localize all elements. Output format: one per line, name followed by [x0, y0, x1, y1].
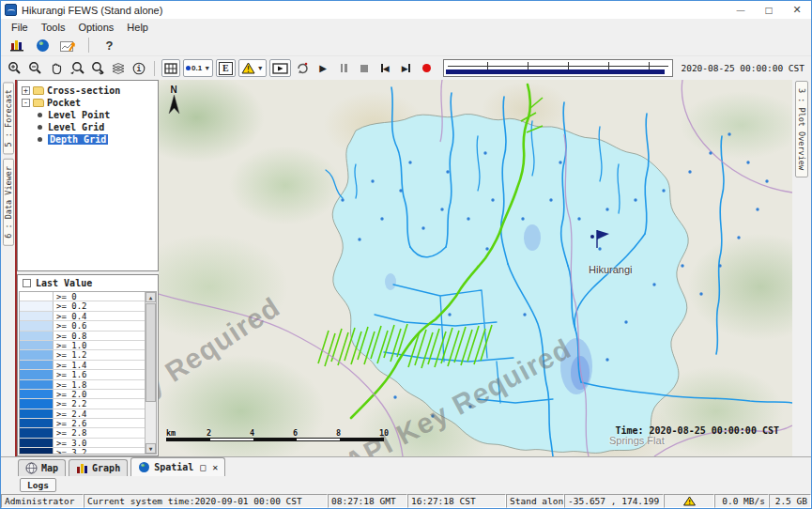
elevation-ruler-icon: E — [219, 62, 233, 75]
help-icon[interactable] — [100, 36, 118, 54]
legend-row[interactable]: >= 1.2 — [20, 350, 145, 360]
app-window: Hikurangi FEWS (Stand alone) File Tools … — [0, 0, 812, 509]
legend-row[interactable]: >= 1.0 — [20, 341, 145, 350]
legend-row[interactable]: >= 2.2 — [20, 399, 145, 409]
map-view[interactable]: N API Key Required API Key Required Hiku… — [159, 80, 792, 456]
tab-spatial[interactable]: Spatial — [130, 457, 225, 476]
legend-color-swatch — [20, 321, 54, 330]
legend-row[interactable]: >= 2.0 — [20, 390, 145, 399]
scale-ruler-button[interactable]: E — [216, 59, 236, 77]
legend-row[interactable]: >= 0.4 — [20, 312, 145, 321]
scroll-up-icon[interactable]: ▲ — [146, 292, 156, 302]
legend-row[interactable]: >= 2.8 — [20, 428, 145, 438]
tab-graph[interactable]: Graph — [69, 459, 128, 476]
status-transfer-rate: 0.0 MB/s — [714, 494, 769, 508]
legend-row-label: >= 1.8 — [54, 380, 145, 389]
legend-row-label: >= 1.4 — [54, 361, 145, 369]
tree-item-level-grid[interactable]: Level Grid — [18, 121, 158, 133]
place-label: Springs Flat — [609, 435, 665, 446]
legend-color-swatch — [20, 341, 54, 349]
scroll-thumb[interactable] — [146, 303, 156, 402]
logs-tab[interactable]: Logs — [20, 478, 56, 492]
legend-row[interactable]: >= 0.8 — [20, 332, 145, 341]
legend-row[interactable]: >= 0.2 — [20, 301, 145, 311]
loop-playback-icon[interactable] — [294, 59, 312, 78]
legend-color-swatch — [20, 448, 54, 454]
status-bar: Administrator Current system time:2020-0… — [1, 494, 811, 508]
expand-icon[interactable]: + — [22, 86, 30, 95]
close-button[interactable] — [783, 1, 811, 19]
tree-item-label: Pocket — [47, 98, 81, 108]
legend-row[interactable]: >= 1.6 — [20, 370, 145, 379]
scale-tick-label: 4 — [250, 428, 254, 438]
interval-dropdown[interactable]: 0.1 ▼ — [183, 59, 213, 77]
tab-close-icon[interactable] — [212, 462, 218, 472]
tab-plot-overview[interactable]: 3 : Plot Overview — [795, 81, 808, 177]
menu-help[interactable]: Help — [120, 21, 155, 34]
timeseries-display-icon[interactable] — [59, 36, 77, 54]
minimize-button[interactable] — [727, 1, 755, 19]
tree-item-label: Cross-section — [47, 85, 120, 96]
legend-row[interactable]: >= 2.6 — [20, 419, 145, 428]
step-backward-button[interactable]: ◀ — [376, 59, 394, 78]
warning-threshold-dropdown[interactable]: ! ▼ — [238, 59, 267, 77]
scroll-down-icon[interactable]: ▼ — [146, 443, 156, 454]
tab-maximize-icon[interactable] — [200, 462, 206, 472]
tree-item-level-point[interactable]: Level Point — [18, 109, 158, 121]
menu-tools[interactable]: Tools — [35, 21, 72, 34]
tree-item-depth-grid[interactable]: Depth Grid — [18, 133, 158, 146]
zoom-previous-icon[interactable] — [68, 59, 85, 78]
spatial-display-icon[interactable] — [34, 36, 52, 54]
legend-row-label: >= 0.4 — [54, 312, 145, 320]
scale-tick-label: 2 — [207, 428, 211, 438]
zoom-in-icon[interactable] — [6, 59, 23, 78]
legend-row[interactable]: >= 0.6 — [20, 321, 145, 331]
play-button[interactable]: ▶ — [314, 59, 332, 78]
map-toolbar: i 0.1 ▼ E ! ▼ ▶ ◀ ▶ — [1, 55, 811, 80]
tab-forecast[interactable]: 5 : Forecast — [3, 82, 14, 154]
time-slider[interactable] — [443, 59, 674, 77]
main-area: 5 : Forecast 6 : Data Viewer +Cross-sect… — [1, 80, 811, 456]
tab-data-viewer[interactable]: 6 : Data Viewer — [3, 159, 14, 246]
record-button[interactable] — [418, 59, 436, 78]
collapse-icon[interactable]: - — [22, 99, 30, 107]
status-gmt-time: 08:27:18 GMT — [328, 494, 407, 508]
legend-scrollbar[interactable]: ▲ ▼ — [145, 292, 156, 454]
scale-bar: km 246810 — [166, 428, 384, 443]
menu-file[interactable]: File — [5, 21, 35, 34]
pan-hand-icon[interactable] — [47, 59, 65, 78]
status-mode: Stand alone — [506, 494, 564, 508]
database-viewer-icon[interactable] — [8, 36, 26, 54]
menu-options[interactable]: Options — [71, 21, 120, 34]
legend-row[interactable]: >= 2.4 — [20, 409, 145, 419]
legend-panel: Last Value >= 0>= 0.2>= 0.4>= 0.6>= 0.8>… — [17, 274, 159, 456]
legend-row[interactable]: >= 1.8 — [20, 380, 145, 390]
app-logo-icon — [5, 4, 17, 16]
legend-row[interactable]: >= 0 — [20, 292, 145, 301]
legend-color-swatch — [20, 301, 54, 310]
legend-color-swatch — [20, 409, 54, 418]
folder-icon — [33, 99, 44, 107]
animation-button[interactable] — [269, 59, 291, 77]
grid-display-button[interactable] — [161, 59, 180, 77]
status-memory: 2.5 GB — [769, 494, 811, 508]
town-label: Hikurangi — [589, 264, 632, 275]
layers-icon[interactable] — [109, 59, 127, 78]
tree-item-pocket[interactable]: -Pocket — [18, 97, 158, 109]
legend-color-swatch — [20, 312, 54, 320]
info-icon[interactable]: i — [130, 59, 147, 78]
tree-item-cross-section[interactable]: +Cross-section — [18, 85, 158, 97]
zoom-out-icon[interactable] — [26, 59, 44, 78]
maximize-button[interactable] — [755, 1, 783, 19]
pause-button[interactable] — [335, 59, 353, 78]
legend-row[interactable]: >= 1.4 — [20, 361, 145, 370]
chevron-down-icon: ▼ — [204, 65, 210, 71]
legend-row[interactable]: >= 3.2 — [20, 448, 145, 454]
zoom-next-icon[interactable] — [88, 59, 106, 78]
legend-color-swatch — [20, 361, 54, 369]
legend-row[interactable]: >= 3.0 — [20, 439, 145, 448]
stop-button[interactable] — [356, 59, 374, 78]
last-value-checkbox[interactable] — [23, 279, 31, 287]
tab-map[interactable]: Map — [18, 459, 66, 476]
step-forward-button[interactable]: ▶ — [397, 59, 415, 78]
